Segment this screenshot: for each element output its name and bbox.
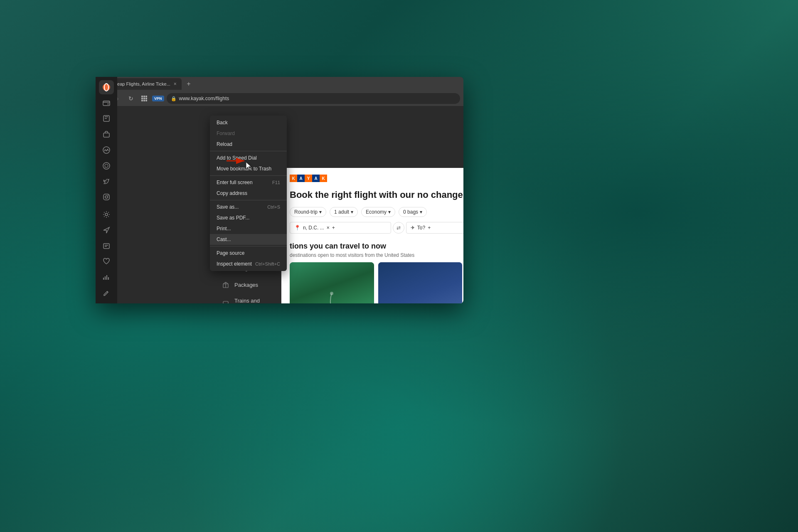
bags-dropdown[interactable]: 0 bags ▾ [399, 207, 427, 217]
context-cast-label: Cast... [217, 236, 231, 242]
context-save-as-label: Save as... [217, 204, 239, 210]
wallet-sidebar-icon[interactable] [99, 96, 114, 110]
context-bookmark-trash-label: Move bookmark to Trash [217, 166, 271, 172]
news-sidebar-icon[interactable] [99, 239, 114, 253]
origin-field[interactable]: 📍 n, D.C. ... × + [290, 222, 391, 234]
context-page-source-label: Page source [217, 250, 244, 256]
svg-point-34 [330, 292, 333, 295]
opera-sidebar [96, 77, 117, 303]
context-save-pdf[interactable]: Save as PDF... [210, 212, 287, 223]
section-subtitle: destinations open to most visitors from … [281, 252, 463, 262]
heart-sidebar-icon[interactable] [99, 255, 114, 269]
svg-point-10 [108, 195, 108, 196]
context-reload[interactable]: Reload [210, 139, 287, 150]
add-location-icon[interactable]: + [332, 225, 335, 231]
context-reload-label: Reload [217, 141, 232, 147]
messenger-sidebar-icon[interactable] [99, 143, 114, 157]
context-print[interactable]: Print... [210, 223, 287, 234]
packages-label: Packages [234, 282, 258, 288]
context-divider-4 [210, 246, 287, 246]
svg-rect-16 [141, 98, 143, 99]
context-page-source[interactable]: Page source [210, 248, 287, 259]
context-inspect-shortcut: Ctrl+Shift+C [255, 261, 280, 266]
context-print-label: Print... [217, 226, 231, 232]
context-divider-3 [210, 200, 287, 200]
svg-point-11 [105, 213, 108, 216]
class-dropdown[interactable]: Economy ▾ [361, 207, 395, 217]
whatsapp-sidebar-icon[interactable] [99, 159, 114, 173]
svg-rect-2 [103, 101, 110, 106]
opera-logo-icon[interactable] [99, 80, 114, 94]
section-title: tions you can travel to now [281, 237, 463, 252]
context-fullscreen[interactable]: Enter full screen F11 [210, 177, 287, 188]
svg-rect-29 [223, 301, 228, 303]
trip-type-dropdown[interactable]: Round-trip ▾ [290, 207, 326, 217]
svg-point-7 [103, 163, 110, 169]
svg-rect-12 [103, 244, 109, 249]
tab-title: Cheap Flights, Airline Ticke... [111, 81, 170, 86]
twitter-sidebar-icon[interactable] [99, 175, 114, 189]
kayak-logo: K A Y A K [290, 175, 327, 182]
trains-buses-label: Trains and buses [234, 298, 272, 303]
context-speed-dial[interactable]: Add to Speed Dial [210, 153, 287, 163]
context-fullscreen-shortcut: F11 [272, 180, 280, 185]
context-save-as-shortcut: Ctrl+S [267, 204, 280, 209]
context-fullscreen-label: Enter full screen [217, 180, 253, 185]
dest-card-1[interactable]: Open [290, 262, 374, 303]
swap-button[interactable]: ⇄ [393, 222, 404, 234]
svg-point-0 [103, 84, 110, 91]
context-bookmark-trash[interactable]: Move bookmark to Trash [210, 163, 287, 174]
tab-bar: O Cheap Flights, Airline Ticke... × + [96, 77, 463, 91]
context-back[interactable]: Back [210, 117, 287, 128]
send-sidebar-icon[interactable] [99, 223, 114, 237]
tab-close-button[interactable]: × [173, 80, 177, 88]
apps-button[interactable] [139, 93, 150, 104]
vpn-badge[interactable]: VPN [152, 96, 164, 101]
bookmarks-sidebar-icon[interactable] [99, 112, 114, 126]
address-bar[interactable]: 🔒 www.kayak.com/flights [167, 93, 460, 104]
nav-packages[interactable]: Packages [215, 277, 278, 293]
add-destination-icon[interactable]: + [428, 225, 431, 231]
new-tab-button[interactable]: + [183, 79, 194, 89]
svg-rect-19 [141, 100, 143, 101]
clear-icon[interactable]: × [327, 225, 330, 231]
logo-k2: K [320, 175, 327, 182]
passengers-dropdown[interactable]: 1 adult ▾ [330, 207, 358, 217]
context-save-as[interactable]: Save as... Ctrl+S [210, 202, 287, 212]
lock-icon: 🔒 [171, 96, 177, 101]
instagram-sidebar-icon[interactable] [99, 190, 114, 204]
settings-sidebar-icon[interactable] [99, 207, 114, 222]
destination-cards: Open Restrictions Open [281, 262, 463, 303]
svg-rect-17 [143, 98, 145, 99]
nav-trains-buses[interactable]: Trains and buses [215, 293, 278, 303]
svg-rect-14 [143, 96, 145, 97]
main-heading: Book the right flight with our no change… [281, 185, 463, 205]
svg-rect-13 [141, 96, 143, 97]
context-divider-1 [210, 151, 287, 151]
svg-rect-18 [145, 98, 147, 99]
context-inspect[interactable]: Inspect element Ctrl+Shift+C [210, 259, 287, 269]
logo-k: K [290, 175, 297, 182]
suitcase-sidebar-icon[interactable] [99, 127, 114, 141]
flight-search-row: 📍 n, D.C. ... × + ⇄ ✈ To? + 📅 Thu 4/28 › [281, 219, 463, 237]
packages-icon [222, 281, 229, 288]
context-inspect-label: Inspect element [217, 261, 252, 267]
location-icon: 📍 [294, 225, 300, 231]
reload-button[interactable]: ↻ [126, 93, 136, 104]
dest-card-2[interactable]: Restrictions [378, 262, 463, 303]
svg-rect-8 [103, 194, 109, 200]
context-save-pdf-label: Save as PDF... [217, 215, 249, 221]
context-forward: Forward [210, 128, 287, 139]
plane-icon: ✈ [411, 225, 415, 231]
destination-field[interactable]: ✈ To? + [406, 222, 463, 234]
context-cast[interactable]: Cast... [210, 234, 287, 245]
bus-icon [222, 300, 229, 303]
chevron-down-icon: ▾ [319, 209, 322, 215]
context-copy-address[interactable]: Copy address [210, 188, 287, 199]
svg-rect-5 [103, 133, 109, 137]
logo-y: Y [305, 175, 312, 182]
edit-sidebar-icon[interactable] [99, 286, 114, 300]
browser-toolbar: ‹ › ↻ VPN 🔒 www.kayak.com/f [96, 91, 463, 106]
stats-sidebar-icon[interactable] [99, 270, 114, 284]
context-forward-label: Forward [217, 131, 235, 136]
